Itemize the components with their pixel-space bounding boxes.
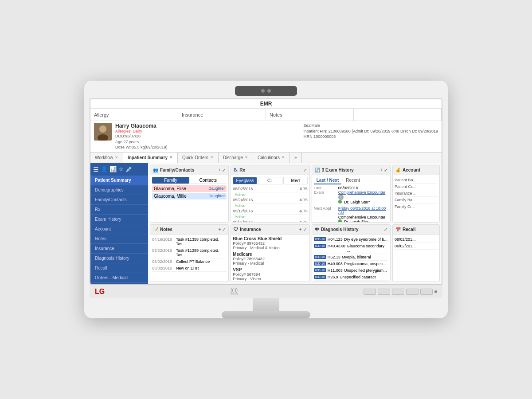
diagnosis-icon: 👁: [315, 227, 319, 232]
panel-insurance: 🛡 Insurance + ⤢ Blue Cross Blue Shield P…: [231, 224, 309, 282]
tab-inpatient-summary[interactable]: Inpatient Summary ✕: [123, 153, 178, 163]
dx-row-3: ICD-10 H52.13 Myopia, bilateral: [314, 254, 388, 261]
top-bar-insurance[interactable]: Insurance: [178, 109, 266, 121]
rx-expand-button[interactable]: ⤢: [303, 168, 307, 172]
notes-expand-button[interactable]: ⤢: [222, 227, 226, 232]
sidebar-item-family-contacts[interactable]: Family/Contacts: [90, 195, 148, 205]
exam-subtab-last-next[interactable]: Last / Next: [314, 177, 342, 184]
family-tab-contacts[interactable]: Contacts: [189, 177, 227, 184]
monitor-btn-4[interactable]: [406, 289, 419, 295]
tab-close-calculators[interactable]: ✕: [282, 155, 285, 160]
panel-diagnosis: 👁 Diagnosis History ⤢ ICD-10 H04.123 Dry…: [312, 224, 391, 282]
family-actions: + ⤢: [218, 168, 226, 172]
account-body: Patient Ba... Patient Cr... Insurance ..…: [393, 175, 439, 212]
monitor-btn-2[interactable]: [378, 289, 390, 295]
exam-last-type[interactable]: Comprehensive Encounter i: [338, 190, 388, 200]
sidebar-item-demographics[interactable]: Demographics: [90, 185, 148, 195]
main-area: ☰ 👤 📊 ☆ 💉 Patient Summary Demographics F…: [90, 163, 442, 284]
sidebar: ☰ 👤 📊 ☆ 💉 Patient Summary Demographics F…: [90, 163, 148, 284]
panel-family-header: 👥 Family/Contacts + ⤢: [150, 165, 228, 175]
panel-diagnosis-header: 👁 Diagnosis History ⤢: [312, 225, 390, 235]
sidebar-item-orders-medical[interactable]: Orders - Medical: [90, 273, 148, 283]
power-indicator: [434, 290, 437, 293]
sidebar-item-recall[interactable]: Recall: [90, 263, 148, 273]
family-row-millie[interactable]: Glaucoma, Millie Daughter: [152, 193, 227, 200]
sidebar-menu: Patient Summary Demographics Family/Cont…: [90, 176, 148, 284]
tab-more[interactable]: »: [290, 153, 302, 163]
family-expand-button[interactable]: ⤢: [222, 168, 226, 172]
sidebar-item-notes[interactable]: Notes: [90, 234, 148, 244]
dx-code-2: H40.43X0: [328, 244, 345, 248]
sidebar-item-orders-optical[interactable]: Orders - Optical: [90, 283, 148, 284]
ins-row-2: Medicare Policy# 78965432 Primary - Medi…: [233, 252, 307, 266]
tab-close-discharge[interactable]: ✕: [245, 155, 248, 160]
info-icon: i: [338, 195, 344, 200]
monitor-bottom-bar: LG ((·)) RFID: [90, 285, 442, 298]
family-title: 👥 Family/Contacts: [153, 168, 194, 172]
insurance-add-button[interactable]: +: [299, 227, 302, 232]
notes-title: 📝 Notes: [153, 227, 172, 232]
sidebar-item-exam-history[interactable]: Exam History: [90, 215, 148, 224]
family-tab-family[interactable]: Family: [152, 177, 189, 184]
syringe-icon[interactable]: 💉: [125, 166, 133, 172]
sidebar-item-rx[interactable]: Rx: [90, 205, 148, 215]
notes-add-button[interactable]: +: [218, 227, 221, 232]
tab-quick-orders[interactable]: Quick Orders ✕: [178, 153, 219, 163]
ins-type-3: Primary - Vision: [233, 277, 307, 281]
dx-row-2: ICD-10 H40.43X0 Glaucoma secondary ...: [314, 243, 388, 254]
user-icon[interactable]: 👤: [101, 166, 108, 172]
monitor-btn-1[interactable]: [364, 289, 376, 295]
sidebar-item-diagnosis-history[interactable]: Diagnosis History: [90, 254, 148, 263]
insurance-expand-button[interactable]: ⤢: [303, 227, 307, 232]
tab-close-workflow[interactable]: ✕: [115, 155, 118, 160]
sidebar-item-account[interactable]: Account: [90, 224, 148, 234]
panel-notes-header: 📝 Notes + ⤢: [150, 225, 228, 235]
dx-code-6: H26.9: [328, 275, 338, 279]
rx-tab-cl[interactable]: CL: [258, 177, 282, 184]
tab-calculators[interactable]: Calculators ✕: [253, 153, 290, 163]
monitor-top: [90, 86, 442, 96]
green-dot-last: [338, 200, 342, 203]
monitor-btn-3[interactable]: [392, 289, 404, 295]
family-add-button[interactable]: +: [218, 168, 221, 172]
top-bar-notes[interactable]: Notes: [266, 109, 354, 121]
dx-desc-4: Preglaucoma, unspec...: [344, 262, 386, 266]
ins-name-1: Blue Cross Blue Shield: [233, 236, 307, 241]
bookmark-icon[interactable]: ☆: [118, 166, 124, 172]
tab-close-inpatient[interactable]: ✕: [169, 155, 173, 160]
family-row-elise[interactable]: Glaucoma, Elise Daughter: [152, 185, 227, 192]
tab-close-quick[interactable]: ✕: [210, 155, 214, 160]
icd-badge-2: ICD-10: [314, 244, 326, 248]
exam-next-date[interactable]: Friday 06/03/2016 at 10:00 AM: [338, 206, 388, 215]
dx-code-5: H11.003: [328, 268, 343, 273]
exam-expand-button[interactable]: ⤢: [384, 168, 387, 172]
rx-tab-eyeglass[interactable]: Eyeglass: [233, 177, 257, 184]
insurance-body: Blue Cross Blue Shield Policy# 89765432 …: [231, 235, 309, 282]
notes-row-3: 03/02/2016 Collect PT Balance: [152, 258, 227, 265]
dx-code-4: H40.003: [328, 262, 343, 266]
patient-allergies: Allergies: Dairy: [115, 129, 300, 133]
rx-actions: ⤢: [303, 168, 307, 172]
rfid-icon: ((·)): [231, 288, 238, 293]
sidebar-top: ☰ 👤 📊 ☆ 💉: [90, 163, 148, 176]
ins-name-2: Medicare: [233, 252, 307, 257]
monitor-btn-5[interactable]: [420, 289, 433, 295]
sidebar-item-insurance[interactable]: Insurance: [90, 244, 148, 254]
exam-subtab-recent[interactable]: Recent: [343, 177, 363, 184]
chart-icon[interactable]: 📊: [110, 166, 117, 172]
exam-last-row: LastExam 06/02/2016 Comprehensive Encoun…: [314, 186, 388, 204]
tab-discharge[interactable]: Discharge ✕: [219, 153, 253, 163]
recall-title: 📅 Recall: [395, 227, 415, 232]
exam-add-button[interactable]: +: [380, 168, 383, 172]
menu-icon[interactable]: ☰: [93, 166, 99, 173]
app-title: EMR: [260, 101, 272, 107]
tab-workflow[interactable]: Workflow ✕: [90, 153, 123, 163]
monitor: EMR Allergy Insurance Notes: [84, 81, 448, 318]
diagnosis-expand-button[interactable]: ⤢: [384, 227, 387, 232]
rx-tab-med[interactable]: Med: [283, 177, 308, 184]
sidebar-item-patient-summary[interactable]: Patient Summary: [90, 176, 148, 185]
exam-next-val: Friday 06/03/2016 at 10:00 AM Comprehens…: [338, 206, 388, 223]
exam-body: Last / Next Recent LastExam 06/02/2016 C…: [312, 175, 390, 223]
top-bar-allergy[interactable]: Allergy: [90, 109, 178, 121]
exam-icon: 🔄: [315, 168, 320, 172]
